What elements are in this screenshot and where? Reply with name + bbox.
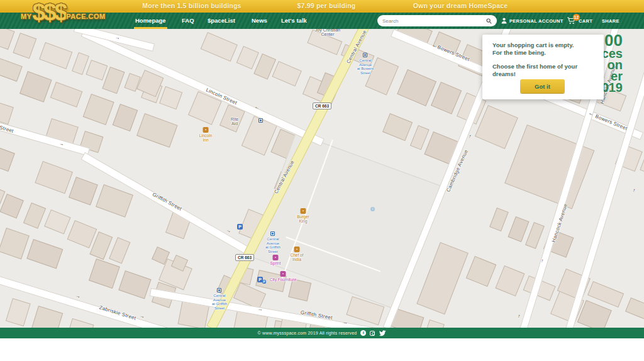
bottom-whitespace xyxy=(0,338,644,361)
transit-stop-label: Central Avenue at Griffith Street xyxy=(212,294,227,310)
twitter-icon[interactable] xyxy=(379,330,386,336)
promo-headline-fragments: 00 ces on er 019 xyxy=(602,33,623,93)
one-way-arrow: → xyxy=(75,292,81,299)
cart-popup: Your shopping cart is empty. For the tim… xyxy=(482,35,604,99)
map-building xyxy=(82,94,114,125)
map-building xyxy=(96,184,134,217)
shopping-cart-icon: 12 xyxy=(567,17,576,25)
nav-item-homepage[interactable]: Homepage xyxy=(135,13,166,29)
map-building xyxy=(6,298,31,326)
map-building xyxy=(236,46,259,69)
map-building xyxy=(288,279,311,301)
map-building xyxy=(272,61,301,87)
banner-message-2: $7.99 per building xyxy=(297,2,356,9)
logo-prefix: My xyxy=(21,13,32,24)
poi-lincoln-inn: Lincoln Inn xyxy=(199,133,213,142)
promo-fragment: 019 xyxy=(602,82,623,93)
cart-badge: 12 xyxy=(573,14,580,21)
search-input[interactable] xyxy=(382,18,486,24)
popup-text-line: dreams! xyxy=(492,70,594,78)
map-building xyxy=(39,42,72,69)
map-building xyxy=(31,306,64,328)
one-way-arrow: → xyxy=(342,319,348,325)
map-building xyxy=(113,104,138,131)
street-griffith xyxy=(0,117,90,156)
map-building xyxy=(640,154,644,182)
person-icon xyxy=(501,18,507,24)
map-building xyxy=(525,222,545,249)
nav-item-news[interactable]: News xyxy=(252,13,267,29)
nav-item-faq[interactable]: FAQ xyxy=(182,13,194,29)
personal-account-button[interactable]: PERSONAL ACCOUNT xyxy=(501,13,564,29)
cart-label: CART xyxy=(579,18,592,24)
poi-sprint: Sprint xyxy=(270,261,281,265)
map-building xyxy=(0,29,14,50)
amenity-icon-blue xyxy=(258,118,263,123)
popup-text-line: Your shopping cart is empty. xyxy=(492,42,594,49)
got-it-button[interactable]: Got it xyxy=(520,79,565,93)
map-canvas[interactable]: 00 ces on er 019 Your shopping cart is e… xyxy=(0,29,644,328)
map-building xyxy=(425,319,445,328)
map-building xyxy=(50,82,82,108)
route-badge-cr663: CR 663 xyxy=(313,103,331,109)
map-building xyxy=(495,265,525,296)
map-building xyxy=(201,32,238,62)
map-building xyxy=(0,228,30,259)
map-building xyxy=(625,297,644,321)
map-building xyxy=(118,270,151,299)
site-logo[interactable]: My $$$ pace.com xyxy=(21,1,106,24)
map-building xyxy=(466,256,496,287)
burger-king-icon: • xyxy=(301,208,306,214)
one-way-arrow: → xyxy=(630,187,637,193)
logo-dollars: $$$ xyxy=(33,1,66,24)
one-way-arrow: → xyxy=(225,227,232,235)
banner-message-3: Own your dream HomeSpace xyxy=(413,2,508,9)
map-building xyxy=(19,71,52,103)
poi-chef-of-india: Chef of India xyxy=(291,253,304,262)
search-box[interactable] xyxy=(377,15,497,26)
popup-text-line: For the time being. xyxy=(492,49,594,57)
poi-joy-christian-center: Joy Christian Center xyxy=(315,29,340,36)
banner-message-1: More then 1.5 billion buildings xyxy=(142,2,241,9)
transit-stop-icon xyxy=(363,53,367,57)
share-button[interactable]: SHARE xyxy=(602,13,619,29)
promo-fragment: 00 xyxy=(602,33,623,48)
footer: © www.myssspace.com 2019 All rights rese… xyxy=(0,328,644,338)
cart-button[interactable]: 12 CART xyxy=(567,13,592,29)
map-building xyxy=(69,177,98,205)
map-building xyxy=(489,208,508,231)
map-building xyxy=(44,209,71,235)
map-building xyxy=(0,142,15,172)
map-building-large xyxy=(416,242,468,314)
map-building xyxy=(67,220,97,248)
share-label: SHARE xyxy=(602,18,619,24)
popup-text-line: Choose the first home of your xyxy=(492,63,594,70)
map-building xyxy=(431,82,462,114)
nav-item-lets-talk[interactable]: Let's talk xyxy=(281,13,307,29)
logo-suffix: pace.com xyxy=(66,13,105,24)
map-building xyxy=(109,237,130,264)
transit-stop-icon xyxy=(270,231,275,236)
poi-burger-king: Burger King xyxy=(297,214,309,223)
map-building xyxy=(382,113,413,141)
page: More then 1.5 billion buildings $7.99 pe… xyxy=(0,0,644,361)
transit-stop-label: Central Avenue at Griffith Street xyxy=(265,237,280,253)
poi-rite-aid: Rite Aid xyxy=(231,117,238,126)
one-way-arrow: → xyxy=(257,306,263,312)
one-way-arrow: → xyxy=(515,313,522,319)
map-building xyxy=(27,239,64,269)
info-icon: i xyxy=(370,207,375,211)
route-badge-cr663: CR 663 xyxy=(235,254,254,261)
map-building xyxy=(0,99,14,125)
parking-icon: P xyxy=(262,280,266,284)
search-icon[interactable] xyxy=(486,18,492,24)
map-building xyxy=(160,86,183,109)
chef-of-india-icon: • xyxy=(294,247,300,252)
nav-item-spacelist[interactable]: $paceList xyxy=(208,13,235,29)
map-building xyxy=(508,216,529,242)
map-building xyxy=(13,33,37,59)
map-building xyxy=(0,194,24,219)
facebook-icon[interactable]: f xyxy=(360,330,366,336)
instagram-icon[interactable] xyxy=(370,331,375,336)
map-building xyxy=(0,55,23,82)
